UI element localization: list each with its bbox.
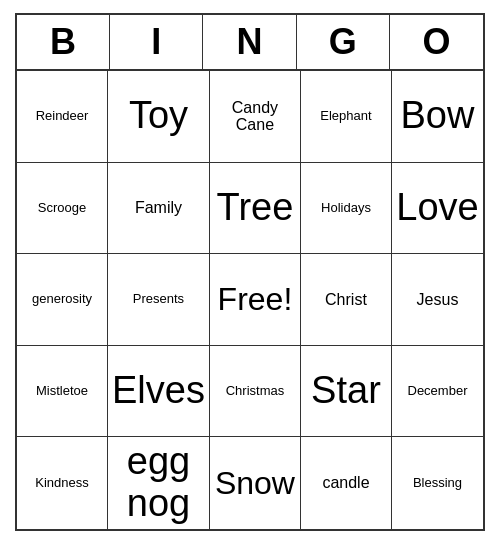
bingo-cell-text-10: generosity <box>32 292 92 306</box>
bingo-cell-10[interactable]: generosity <box>17 254 108 346</box>
bingo-cell-text-23: candle <box>322 474 369 492</box>
bingo-cell-text-17: Christmas <box>226 384 285 398</box>
bingo-grid: ReindeerToyCandyCaneElephantBowScroogeFa… <box>17 71 483 529</box>
bingo-cell-text-5: Scrooge <box>38 201 86 215</box>
bingo-header: BINGO <box>17 15 483 71</box>
bingo-cell-text-24: Blessing <box>413 476 462 490</box>
bingo-cell-20[interactable]: Kindness <box>17 437 108 529</box>
bingo-cell-13[interactable]: Christ <box>301 254 392 346</box>
bingo-cell-21[interactable]: eggnog <box>108 437 210 529</box>
bingo-cell-7[interactable]: Tree <box>210 163 301 255</box>
bingo-cell-14[interactable]: Jesus <box>392 254 483 346</box>
bingo-cell-text-2: CandyCane <box>232 99 278 134</box>
bingo-cell-15[interactable]: Mistletoe <box>17 346 108 438</box>
bingo-cell-text-4: Bow <box>401 95 475 137</box>
bingo-cell-5[interactable]: Scrooge <box>17 163 108 255</box>
bingo-cell-text-7: Tree <box>217 187 294 229</box>
header-letter-i: I <box>110 15 203 69</box>
bingo-card: BINGO ReindeerToyCandyCaneElephantBowScr… <box>15 13 485 531</box>
bingo-cell-6[interactable]: Family <box>108 163 210 255</box>
bingo-cell-text-22: Snow <box>215 466 295 501</box>
bingo-cell-text-16: Elves <box>112 370 205 412</box>
header-letter-g: G <box>297 15 390 69</box>
bingo-cell-0[interactable]: Reindeer <box>17 71 108 163</box>
bingo-cell-text-8: Holidays <box>321 201 371 215</box>
bingo-cell-4[interactable]: Bow <box>392 71 483 163</box>
bingo-cell-text-12: Free! <box>218 282 293 317</box>
bingo-cell-text-1: Toy <box>129 95 188 137</box>
bingo-cell-9[interactable]: Love <box>392 163 483 255</box>
header-letter-n: N <box>203 15 296 69</box>
bingo-cell-text-11: Presents <box>133 292 184 306</box>
bingo-cell-16[interactable]: Elves <box>108 346 210 438</box>
bingo-cell-19[interactable]: December <box>392 346 483 438</box>
bingo-cell-18[interactable]: Star <box>301 346 392 438</box>
bingo-cell-2[interactable]: CandyCane <box>210 71 301 163</box>
bingo-cell-text-18: Star <box>311 370 381 412</box>
header-letter-o: O <box>390 15 483 69</box>
bingo-cell-text-14: Jesus <box>417 291 459 309</box>
bingo-cell-12[interactable]: Free! <box>210 254 301 346</box>
bingo-cell-text-6: Family <box>135 199 182 217</box>
header-letter-b: B <box>17 15 110 69</box>
bingo-cell-3[interactable]: Elephant <box>301 71 392 163</box>
bingo-cell-text-0: Reindeer <box>36 109 89 123</box>
bingo-cell-text-3: Elephant <box>320 109 371 123</box>
bingo-cell-text-21: eggnog <box>127 441 190 525</box>
bingo-cell-24[interactable]: Blessing <box>392 437 483 529</box>
bingo-cell-text-15: Mistletoe <box>36 384 88 398</box>
bingo-cell-text-20: Kindness <box>35 476 88 490</box>
bingo-cell-23[interactable]: candle <box>301 437 392 529</box>
bingo-cell-text-19: December <box>408 384 468 398</box>
bingo-cell-8[interactable]: Holidays <box>301 163 392 255</box>
bingo-cell-17[interactable]: Christmas <box>210 346 301 438</box>
bingo-cell-11[interactable]: Presents <box>108 254 210 346</box>
bingo-cell-22[interactable]: Snow <box>210 437 301 529</box>
bingo-cell-text-13: Christ <box>325 291 367 309</box>
bingo-cell-1[interactable]: Toy <box>108 71 210 163</box>
bingo-cell-text-9: Love <box>396 187 478 229</box>
